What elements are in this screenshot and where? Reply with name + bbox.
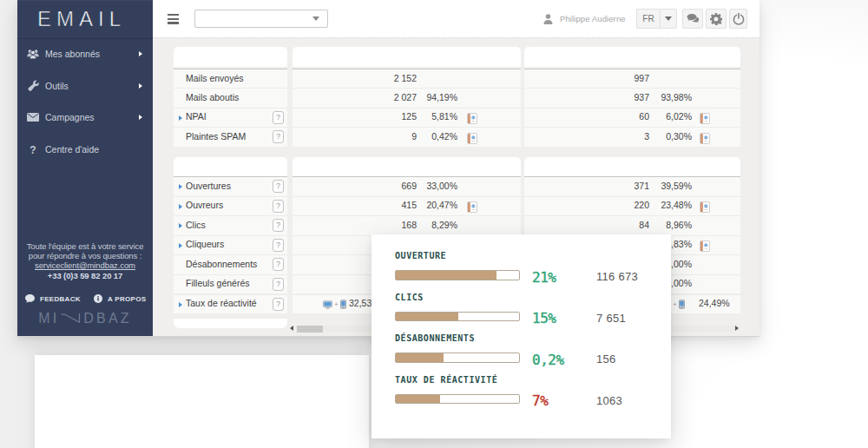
metric-bar [395,394,520,405]
chart-popup-icon[interactable] [700,240,710,255]
brand-mi: MI [38,311,59,326]
brand-dbaz: DBAZ [83,311,131,326]
help-icon[interactable]: ? [273,130,284,143]
help-icon[interactable]: ? [273,239,284,252]
hamburger-menu-icon[interactable] [168,14,179,26]
language-button[interactable]: FR [636,9,660,29]
help-icon[interactable]: ? [273,180,284,193]
help-icon[interactable]: ? [273,200,284,213]
scrollbar-thumb[interactable] [297,326,323,333]
metric-label: DÉSABONNEMENTS [395,333,475,343]
cell-device-percent: 24,49% [699,293,730,313]
column-header-band [524,47,740,67]
chart-popup-icon[interactable] [467,201,477,216]
cell-count: 997 [524,69,649,88]
sidebar-item-wrench[interactable]: Outils [17,70,153,102]
chart-popup-icon[interactable] [700,112,710,128]
column-header-band [293,47,521,67]
help-icon[interactable]: ? [273,258,284,271]
help-icon[interactable]: ? [273,298,284,311]
settings-button[interactable] [706,9,727,29]
table-row-label: Ouvreurs? [174,196,287,216]
topbar: Philippe Audierne FR [153,0,760,38]
gear-icon [710,13,722,25]
expand-triangle-icon[interactable] [179,223,182,228]
metric-bar-fill [396,353,444,362]
hamburger-bar [168,18,179,20]
user-menu[interactable]: Philippe Audierne [543,0,626,37]
svg-text:?: ? [30,144,36,155]
expand-triangle-icon[interactable] [179,184,182,189]
table-row-values: 41520,47% [293,196,521,216]
wrench-icon [28,80,39,91]
help-icon[interactable]: ? [273,278,284,291]
expand-triangle-icon[interactable] [179,243,182,248]
chart-popup-icon[interactable] [700,201,710,216]
chart-popup-icon[interactable] [700,132,710,148]
metric-bar [395,270,520,280]
cell-percent: 8,96% [524,215,692,234]
row-label: Filleuls générés [186,273,250,293]
sidebar-item-question[interactable]: ?Centre d'aide [17,134,153,166]
scroll-left-arrow-icon[interactable] [290,326,293,331]
help-icon[interactable]: ? [273,111,284,124]
caret-down-icon [665,16,672,21]
contact-email-link[interactable]: serviceclient@mindbaz.com [17,261,153,271]
logout-button[interactable] [729,9,747,29]
metric-value: 7 651 [596,312,626,325]
table-row-values: 606,02% [524,108,740,127]
table-row-label: Clics? [174,215,287,235]
metric-value: 156 [596,352,616,366]
metric-percent: 21% [532,269,556,286]
cell-percent: 0,30% [524,127,692,146]
table-row-label: Désabonnements? [174,254,287,274]
column-header-band [174,157,287,177]
column-header-band [174,47,287,67]
expand-triangle-icon[interactable] [179,204,182,209]
cell-percent: 23,48% [524,195,692,214]
chat-icon [687,14,700,24]
table-row-label: Ouvertures? [174,176,287,196]
row-label: Désabonnements [186,254,257,273]
contact-phone: +33 (0)3 59 82 20 17 [17,272,153,281]
metric-percent: 7% [532,392,548,409]
scroll-right-arrow-icon[interactable] [735,326,739,331]
row-label: Taux de réactivité [186,293,257,313]
row-label: Mails aboutis [186,88,239,107]
sidebar-item-label: Centre d'aide [45,144,99,155]
metric-label: CLICS [395,293,424,302]
icon-wrap [26,49,40,59]
table-row-values: 30,30% [524,127,740,146]
cell-percent: 20,47% [293,195,457,214]
about-button[interactable]: A PROPOS [94,293,146,305]
table-row-label: Taux de réactivité? [174,294,287,314]
chart-popup-icon[interactable] [467,112,477,128]
expand-triangle-icon[interactable] [179,302,182,307]
table-row-values: 848,96% [524,215,740,235]
chat-button[interactable] [682,9,703,29]
mobile-icon [340,300,346,309]
language-caret-button[interactable] [660,9,677,29]
icon-wrap [26,80,40,91]
stats-book-icon [700,240,710,252]
table-row-values: 66933,00% [293,176,521,196]
expand-triangle-icon[interactable] [179,115,182,121]
campaign-select[interactable] [194,10,328,28]
row-label: NPAI [186,107,207,126]
chevron-right-icon [139,83,142,89]
column-header-band [524,157,740,177]
cell-percent: 6,02% [524,107,692,126]
sidebar-item-envelope[interactable]: Campagnes [17,102,153,134]
table-row-label: Filleuls générés? [174,274,287,294]
help-icon[interactable]: ? [273,219,284,232]
cell-percent: 94,19% [293,88,457,107]
app-logo: EMAIL [17,0,153,39]
language-button-group: FR [636,9,677,29]
chart-popup-icon[interactable] [467,132,477,148]
icon-wrap: ? [26,144,40,155]
metric-value: 116 673 [596,270,638,283]
sidebar-item-users[interactable]: Mes abonnés [17,38,153,70]
cell-percent: 8,29% [293,215,457,234]
stats-book-icon [467,201,477,213]
feedback-button[interactable]: FEEDBACK [25,293,81,305]
